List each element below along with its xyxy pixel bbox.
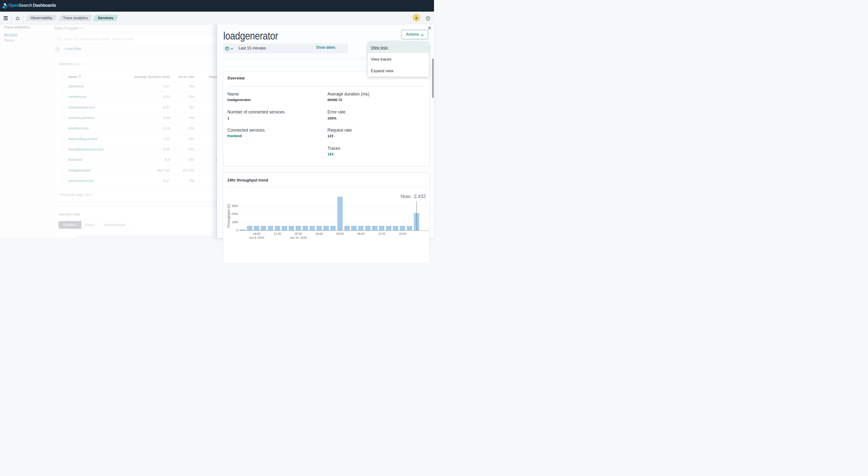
svg-text:?: ? bbox=[427, 17, 429, 20]
